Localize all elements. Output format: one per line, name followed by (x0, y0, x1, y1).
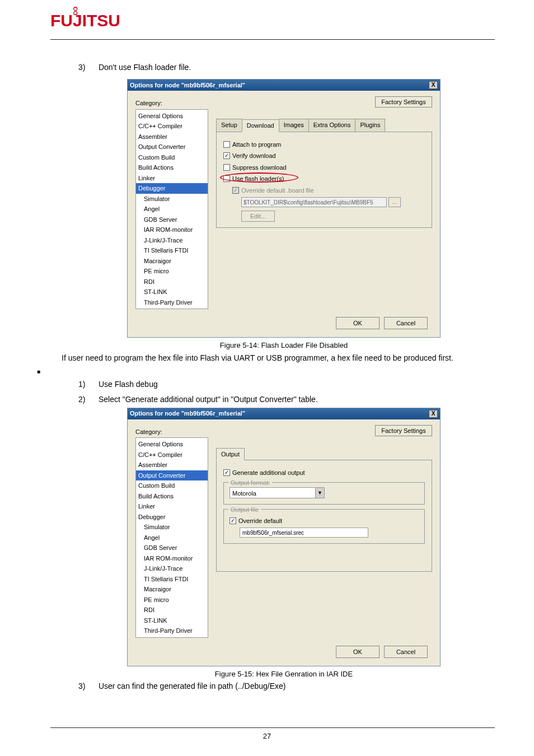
category-item[interactable]: PE micro (136, 595, 208, 605)
category-item[interactable]: Linker (136, 173, 208, 184)
category-item[interactable]: Output Converter (136, 470, 208, 481)
category-item[interactable]: Linker (136, 501, 208, 512)
category-item[interactable]: Simulator (136, 522, 208, 533)
category-item[interactable]: RDI (136, 277, 208, 287)
verify-download-checkbox[interactable]: Verify download (223, 151, 425, 161)
close-icon[interactable]: X (429, 410, 438, 418)
checkbox-icon (232, 187, 239, 194)
checkbox-label: Override default .board file (241, 186, 314, 195)
factory-settings-button[interactable]: Factory Settings (375, 425, 432, 436)
category-item[interactable]: J-Link/J-Trace (136, 563, 208, 574)
category-item[interactable]: Angel (136, 533, 208, 543)
step-num: 2) (78, 394, 96, 405)
category-item[interactable]: Angel (136, 204, 208, 214)
select-value: Motorola (230, 488, 315, 498)
category-item[interactable]: Simulator (136, 194, 208, 204)
step-num: 1) (78, 379, 96, 390)
category-item[interactable]: Output Converter (136, 142, 208, 152)
suppress-download-checkbox[interactable]: Suppress download (223, 163, 425, 172)
ok-button[interactable]: OK (336, 646, 380, 658)
category-item[interactable]: Debugger (136, 183, 208, 194)
step-1b: 1) Use Flash debug (78, 379, 489, 390)
output-format-legend: Output format: (228, 478, 272, 488)
category-item[interactable]: RDI (136, 605, 208, 615)
step-text: Use Flash debug (99, 380, 158, 389)
factory-settings-button[interactable]: Factory Settings (375, 96, 432, 108)
category-item[interactable]: Macraigor (136, 256, 208, 267)
checkbox-label: Verify download (232, 151, 276, 161)
cancel-button[interactable]: Cancel (384, 646, 428, 658)
tab-download[interactable]: Download (242, 119, 279, 132)
chevron-down-icon: ▼ (315, 488, 324, 498)
checkbox-label: Attach to program (232, 140, 281, 150)
category-item[interactable]: Assembler (136, 460, 208, 470)
category-item[interactable]: PE micro (136, 266, 208, 277)
tabs: Output (216, 447, 432, 460)
category-item[interactable]: IAR ROM-monitor (136, 225, 208, 235)
category-list[interactable]: General OptionsC/C++ CompilerAssemblerOu… (135, 109, 208, 310)
category-item[interactable]: C/C++ Compiler (136, 450, 208, 460)
category-list[interactable]: General OptionsC/C++ CompilerAssemblerOu… (135, 437, 208, 638)
header-rule (50, 39, 495, 40)
close-icon[interactable]: X (429, 81, 438, 89)
browse-button: ... (388, 197, 401, 207)
use-flash-loader-checkbox[interactable]: Use flash loader(s) (223, 174, 425, 184)
output-file-field[interactable]: mb9bf506r_mfserial.srec (240, 528, 368, 538)
category-item[interactable]: Macraigor (136, 584, 208, 595)
category-item[interactable]: C/C++ Compiler (136, 121, 208, 132)
edit-button: Edit... (241, 211, 275, 222)
category-item[interactable]: J-Link/J-Trace (136, 235, 208, 246)
step-text: User can find the generated file in path… (99, 682, 286, 690)
step-3b: 3) User can find the generated file in p… (62, 680, 489, 692)
tab-setup[interactable]: Setup (216, 119, 242, 132)
tab-plugins[interactable]: Plugins (355, 119, 385, 132)
category-item[interactable]: Custom Build (136, 480, 208, 491)
checkbox-icon (229, 517, 236, 524)
override-board-file-checkbox: Override default .board file (232, 186, 425, 195)
checkbox-label: Generate additional output (232, 468, 305, 478)
category-label: Category: (135, 427, 208, 437)
checkbox-icon (223, 141, 230, 148)
category-item[interactable]: General Options (136, 111, 208, 122)
tab-images[interactable]: Images (279, 119, 309, 132)
category-label: Category: (135, 99, 208, 108)
cancel-button[interactable]: Cancel (384, 317, 428, 329)
options-dialog-2: Options for node "mb9bf506r_mfserial" X … (127, 408, 441, 666)
tab-panel-output: Generate additional output Output format… (216, 460, 432, 572)
tab-extra-options[interactable]: Extra Options (308, 119, 356, 132)
category-item[interactable]: ST-LINK (136, 287, 208, 297)
category-item[interactable]: Debugger (136, 512, 208, 522)
category-item[interactable]: Third-Party Driver (136, 626, 208, 636)
tab-output[interactable]: Output (216, 448, 245, 461)
category-item[interactable]: GDB Server (136, 543, 208, 553)
checkbox-label: Suppress download (232, 163, 287, 172)
category-item[interactable]: GDB Server (136, 214, 208, 225)
category-item[interactable]: Custom Build (136, 152, 208, 163)
step-text: Select "Generate additional output" in "… (99, 395, 318, 404)
generate-output-checkbox[interactable]: Generate additional output (223, 468, 425, 478)
tabs: Setup Download Images Extra Options Plug… (216, 119, 432, 132)
override-default-checkbox[interactable]: Override default (229, 516, 419, 526)
category-item[interactable]: IAR ROM-monitor (136, 553, 208, 564)
category-item[interactable]: Assembler (136, 132, 208, 142)
attach-to-program-checkbox[interactable]: Attach to program (223, 140, 425, 150)
output-file-fieldset: Output file Override default mb9bf506r_m… (223, 509, 425, 544)
category-item[interactable]: Build Actions (136, 491, 208, 502)
category-item[interactable]: ST-LINK (136, 615, 208, 626)
logo-text: FUJITSU (50, 11, 120, 30)
checkbox-icon (223, 469, 230, 476)
fujitsu-logo: FUJITSU ∞ (50, 11, 120, 30)
ok-button[interactable]: OK (336, 317, 380, 329)
category-item[interactable]: TI Stellaris FTDI (136, 245, 208, 256)
category-item[interactable]: TI Stellaris FTDI (136, 574, 208, 585)
titlebar[interactable]: Options for node "mb9bf506r_mfserial" X (128, 80, 440, 91)
checkbox-icon (223, 175, 230, 182)
dialog-title: Options for node "mb9bf506r_mfserial" (130, 409, 429, 418)
titlebar[interactable]: Options for node "mb9bf506r_mfserial" X (128, 408, 440, 419)
step-3a: 3) Don't use Flash loader file. (78, 62, 489, 73)
category-item[interactable]: Build Actions (136, 162, 208, 173)
category-item[interactable]: Third-Party Driver (136, 297, 208, 308)
output-format-select[interactable]: Motorola ▼ (229, 487, 325, 498)
checkbox-label: Use flash loader(s) (232, 174, 284, 184)
category-item[interactable]: General Options (136, 439, 208, 450)
